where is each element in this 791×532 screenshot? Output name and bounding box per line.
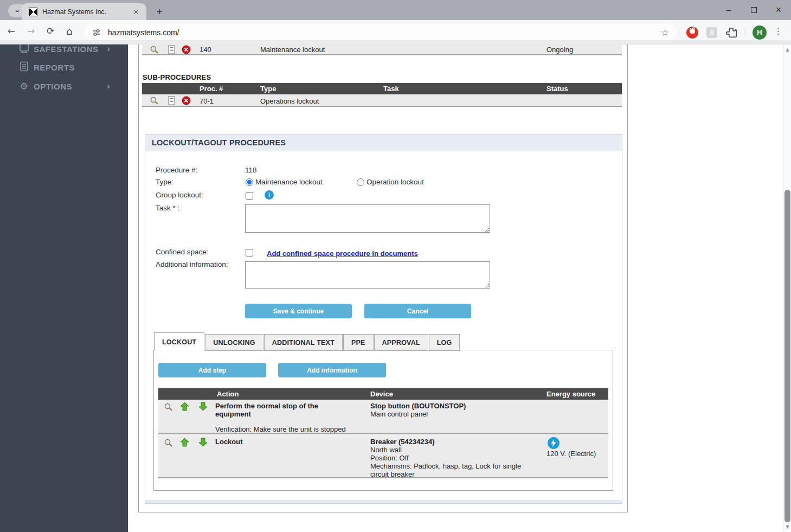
panel-bottom-strip [145, 500, 622, 503]
new-tab-button[interactable]: + [153, 5, 166, 18]
electric-energy-icon [548, 437, 560, 449]
extensions-puzzle-icon[interactable] [725, 27, 737, 39]
sidebar-item-label: SAFESTATIONS [34, 44, 99, 54]
hand-icon [690, 29, 695, 34]
reports-icon [18, 61, 30, 74]
tab-lockout[interactable]: LOCKOUT [154, 332, 204, 351]
step-verification: Verification: Make sure the unit is stop… [215, 425, 346, 433]
delete-icon[interactable] [182, 45, 191, 54]
extension-r-icon[interactable]: R [706, 27, 717, 38]
sub-procedure-row: 70-1 Operations lockout [142, 94, 622, 107]
save-continue-button[interactable]: Save & continue [245, 304, 352, 318]
page-scrollbar[interactable]: ▲ ▼ [783, 44, 791, 532]
gear-icon: ⚙ [18, 81, 30, 92]
view-icon[interactable] [164, 402, 173, 412]
tab-close-icon[interactable]: × [131, 7, 141, 17]
additional-info-label: Additional information: [156, 260, 228, 268]
confined-space-link[interactable]: Add confined space procedure in document… [267, 249, 418, 258]
site-settings-icon[interactable] [92, 28, 101, 37]
browser-tab[interactable]: Hazmat Systems Inc. × [22, 3, 146, 20]
col-proc: Proc. # [200, 85, 223, 93]
steps-table-header: Action Device Energy source [158, 388, 608, 400]
additional-info-textarea[interactable] [245, 261, 490, 289]
panel-header: LOCKOUT/TAGOUT PROCEDURES [145, 134, 622, 151]
proc-type: Maintenance lockout [260, 46, 325, 54]
home-icon[interactable]: ⌂ [66, 26, 73, 36]
step-action: Perform the normal stop of the equipment [215, 402, 337, 418]
minimize-button[interactable]: – [716, 1, 741, 20]
add-information-button[interactable]: Add information [278, 363, 386, 377]
info-icon[interactable]: i [265, 190, 274, 200]
procedure-number-value: 118 [245, 166, 257, 174]
col-energy-source: Energy source [546, 390, 595, 398]
sidebar: SAFESTATIONS › REPORTS ⚙ OPTIONS › [0, 44, 128, 532]
col-action: Action [217, 390, 239, 398]
step-row: Lockout Breaker (54234234) North wall Po… [158, 435, 608, 478]
move-down-icon[interactable] [198, 438, 208, 447]
sidebar-item-safestations[interactable]: SAFESTATIONS › [0, 44, 128, 59]
radio-label: Operation lockout [366, 178, 424, 186]
sidebar-item-options[interactable]: ⚙ OPTIONS › [0, 76, 128, 96]
chevron-right-icon: › [107, 44, 110, 54]
radio-maintenance-lockout[interactable]: Maintenance lockout [246, 178, 323, 186]
tab-approval[interactable]: APPROVAL [374, 334, 428, 351]
tab-additional-text[interactable]: ADDITIONAL TEXT [264, 334, 343, 351]
url-text[interactable]: hazmatsystems.com/ [108, 28, 661, 37]
scrollbar-thumb[interactable] [784, 190, 790, 522]
device-detail: North wall [370, 446, 402, 454]
confined-space-checkbox[interactable] [246, 249, 253, 257]
proc-type: Operations lockout [260, 97, 319, 105]
delete-icon[interactable] [182, 96, 191, 105]
maximize-button[interactable] [741, 1, 766, 20]
col-device: Device [370, 390, 393, 398]
sidebar-item-label: OPTIONS [34, 82, 72, 91]
radio-input[interactable] [246, 178, 253, 186]
device-name: Stop button (BOUTONSTOP) [370, 402, 533, 410]
step-row: Perform the normal stop of the equipment… [158, 400, 608, 434]
procedure-row: 140 Maintenance lockout Ongoing [142, 43, 622, 55]
add-step-button[interactable]: Add step [158, 363, 266, 377]
document-icon[interactable] [167, 96, 176, 105]
col-status: Status [546, 85, 568, 93]
device-detail: Position: Off [370, 454, 409, 462]
document-icon[interactable] [167, 45, 176, 54]
tab-log[interactable]: LOG [429, 334, 460, 351]
profile-avatar[interactable]: H [753, 25, 767, 40]
radio-label: Maintenance lockout [255, 178, 323, 186]
view-icon[interactable] [150, 45, 159, 54]
address-bar[interactable]: hazmatsystems.com/ ☆ [84, 24, 677, 41]
browser-window: › Hazmat Systems Inc. × + – × ← → ⟳ ⌂ ha… [0, 0, 791, 532]
tab-unlocking[interactable]: UNLOCKING [205, 334, 263, 351]
scroll-down-icon[interactable]: ▼ [783, 524, 791, 529]
cancel-button[interactable]: Cancel [364, 304, 471, 318]
move-up-icon[interactable] [180, 438, 189, 447]
adblock-extension-icon[interactable] [686, 27, 698, 39]
col-task: Task [383, 85, 399, 93]
move-up-icon[interactable] [180, 402, 189, 411]
radio-input[interactable] [357, 178, 364, 186]
sidebar-item-reports[interactable]: REPORTS [0, 57, 128, 77]
back-icon[interactable]: ← [8, 27, 15, 36]
radio-operation-lockout[interactable]: Operation lockout [357, 178, 424, 186]
confined-space-label: Confined space: [156, 248, 209, 256]
tab-ppe[interactable]: PPE [343, 334, 374, 351]
chevron-down-icon: › [14, 10, 22, 12]
view-icon[interactable] [150, 96, 159, 105]
view-icon[interactable] [164, 438, 173, 447]
reload-icon[interactable]: ⟳ [47, 27, 54, 36]
procedure-tabs: LOCKOUT UNLOCKING ADDITIONAL TEXT PPE AP… [154, 332, 460, 351]
task-textarea[interactable] [245, 204, 490, 233]
task-label: Task * : [156, 204, 179, 212]
energy-value: 120 V. (Electric) [546, 450, 596, 458]
proc-number: 70-1 [200, 97, 214, 105]
scroll-up-icon[interactable]: ▲ [783, 47, 791, 52]
proc-status: Ongoing [546, 46, 573, 54]
move-down-icon[interactable] [198, 402, 208, 411]
close-button[interactable]: × [766, 1, 791, 20]
forward-icon[interactable]: → [27, 27, 35, 36]
browser-menu-icon[interactable]: ⋮ [774, 27, 782, 36]
toolbar-divider [744, 28, 744, 37]
group-lockout-checkbox[interactable] [246, 192, 253, 200]
bookmark-star-icon[interactable]: ☆ [661, 27, 669, 38]
safestation-icon [18, 44, 30, 55]
